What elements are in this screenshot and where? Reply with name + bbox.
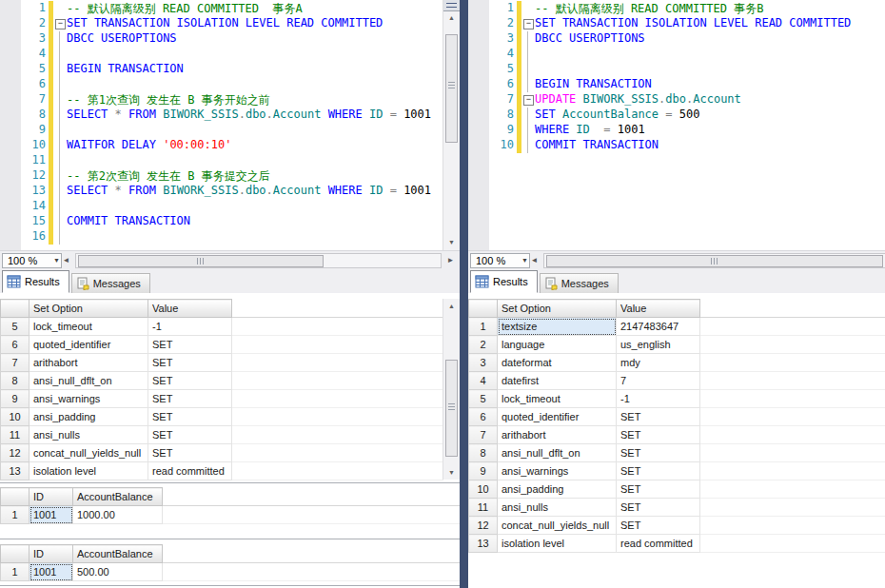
row-header[interactable]: 10: [1, 408, 30, 426]
code-line[interactable]: 15COMMIT TRANSACTION: [21, 214, 443, 229]
grid-cell[interactable]: language: [498, 336, 617, 354]
code-line[interactable]: 9: [21, 123, 443, 138]
scroll-up-icon[interactable]: ▲: [443, 12, 460, 24]
editor-horizontal-scrollbar[interactable]: [543, 253, 885, 268]
row-header[interactable]: 12: [469, 517, 498, 535]
code-line[interactable]: 5: [489, 62, 885, 77]
column-header[interactable]: AccountBalance: [73, 545, 163, 563]
row-header[interactable]: 13: [469, 535, 498, 553]
grid-cell[interactable]: 1001: [30, 563, 73, 581]
grid-cell[interactable]: ansi_warnings: [498, 462, 617, 480]
grid-cell[interactable]: SET: [148, 354, 232, 372]
grid-cell[interactable]: ansi_padding: [498, 480, 617, 499]
row-header[interactable]: 7: [469, 426, 498, 444]
grid-vertical-scrollbar[interactable]: ▲ ▼: [442, 299, 460, 480]
grid-cell[interactable]: SET: [148, 372, 232, 390]
code-line[interactable]: 3DBCC USEROPTIONS: [489, 31, 885, 47]
grid-cell[interactable]: datefirst: [498, 372, 617, 390]
grid-cell[interactable]: SET: [617, 408, 700, 426]
scroll-down-icon[interactable]: ▼: [443, 237, 460, 248]
editor-vertical-scrollbar[interactable]: ▲ ▼: [442, 0, 460, 250]
code-line[interactable]: 9WHERE ID = 1001: [489, 123, 885, 138]
grid-cell[interactable]: concat_null_yields_null: [30, 444, 148, 462]
row-header[interactable]: 12: [1, 444, 30, 462]
grid-cell[interactable]: ansi_warnings: [30, 390, 148, 408]
code-line[interactable]: 7-- 第1次查询 发生在 B 事务开始之前: [21, 92, 443, 108]
grid-cell[interactable]: SET: [617, 462, 700, 480]
code-line[interactable]: 1-- 默认隔离级别 READ COMMITTED 事务A: [21, 1, 443, 16]
grid-corner[interactable]: [469, 300, 498, 318]
code-line[interactable]: 6BEGIN TRANSACTION: [489, 77, 885, 92]
code-line[interactable]: 6: [21, 77, 443, 92]
grid-cell[interactable]: mdy: [617, 354, 700, 372]
grid-cell[interactable]: 500.00: [73, 563, 163, 581]
grid-cell[interactable]: quoted_identifier: [498, 408, 617, 426]
grid-cell[interactable]: isolation level: [30, 462, 148, 480]
grid-cell[interactable]: ansi_null_dflt_on: [30, 372, 148, 390]
grid-cell[interactable]: arithabort: [498, 426, 617, 444]
row-header[interactable]: 11: [469, 499, 498, 517]
code-line[interactable]: 3DBCC USEROPTIONS: [21, 31, 443, 47]
column-header[interactable]: ID: [30, 545, 73, 563]
code-line[interactable]: 2−SET TRANSACTION ISOLATION LEVEL READ C…: [489, 16, 885, 31]
grid-cell[interactable]: us_english: [617, 336, 700, 354]
column-header[interactable]: AccountBalance: [73, 488, 163, 506]
row-header[interactable]: 4: [469, 372, 498, 390]
column-header[interactable]: ID: [30, 488, 73, 506]
grid-cell[interactable]: lock_timeout: [498, 390, 617, 408]
grid-corner[interactable]: [1, 545, 30, 563]
grid-cell[interactable]: 7: [617, 372, 700, 390]
code-line[interactable]: 11: [21, 153, 443, 168]
column-header[interactable]: Set Option: [498, 300, 617, 318]
row-header[interactable]: 7: [1, 354, 30, 372]
tab-messages[interactable]: Messages: [540, 273, 619, 293]
row-header[interactable]: 9: [1, 390, 30, 408]
scroll-up-icon[interactable]: ▲: [443, 300, 460, 312]
code-line[interactable]: 1-- 默认隔离级别 READ COMMITTED 事务B: [489, 1, 885, 16]
grid-cell[interactable]: quoted_identifier: [30, 336, 148, 354]
column-header[interactable]: Value: [617, 300, 700, 318]
row-header[interactable]: 5: [1, 318, 30, 336]
column-header[interactable]: Set Option: [30, 300, 148, 318]
grid-cell[interactable]: SET: [617, 444, 700, 462]
code-line[interactable]: 10COMMIT TRANSACTION: [489, 138, 885, 153]
grid-cell[interactable]: concat_null_yields_null: [498, 517, 617, 535]
code-line[interactable]: 8SET AccountBalance = 500: [489, 108, 885, 123]
row-header[interactable]: 10: [469, 480, 498, 499]
sql-editor-b[interactable]: 1-- 默认隔离级别 READ COMMITTED 事务B2−SET TRANS…: [468, 0, 885, 250]
scrollbar-thumb[interactable]: [445, 360, 458, 457]
panel-splitter[interactable]: [460, 0, 468, 588]
row-header[interactable]: 1: [1, 563, 30, 581]
code-line[interactable]: 13SELECT * FROM BIWORK_SSIS.dbo.Account …: [21, 184, 443, 199]
row-header[interactable]: 9: [469, 462, 498, 480]
code-line[interactable]: 2−SET TRANSACTION ISOLATION LEVEL READ C…: [21, 16, 443, 31]
grid-cell[interactable]: read committed: [148, 462, 232, 480]
grid-cell[interactable]: SET: [148, 408, 232, 426]
scrollbar-thumb[interactable]: [78, 255, 324, 267]
collapse-toggle-icon[interactable]: −: [523, 19, 534, 29]
grid-cell[interactable]: ansi_nulls: [30, 426, 148, 444]
row-header[interactable]: 3: [469, 354, 498, 372]
scroll-right-icon[interactable]: ►: [443, 253, 458, 268]
splitter-handle-icon[interactable]: [443, 0, 460, 11]
tab-messages[interactable]: Messages: [71, 273, 150, 293]
grid-cell[interactable]: SET: [617, 517, 700, 535]
row-header[interactable]: 8: [1, 372, 30, 390]
code-line[interactable]: 5BEGIN TRANSACTION: [21, 62, 443, 77]
grid-cell[interactable]: ansi_padding: [30, 408, 148, 426]
code-line[interactable]: 10WAITFOR DELAY '00:00:10': [21, 138, 443, 153]
grid-cell[interactable]: lock_timeout: [30, 318, 148, 336]
grid-cell[interactable]: SET: [148, 336, 232, 354]
grid-corner[interactable]: [1, 300, 30, 318]
grid-cell[interactable]: read committed: [617, 535, 700, 553]
grid-cell[interactable]: arithabort: [30, 354, 148, 372]
column-header[interactable]: Value: [148, 300, 232, 318]
grid-cell[interactable]: -1: [148, 318, 232, 336]
grid-cell[interactable]: SET: [617, 480, 700, 499]
zoom-select[interactable]: 100 % ▼: [2, 253, 62, 268]
tab-results[interactable]: Results: [2, 270, 69, 293]
row-header[interactable]: 1: [469, 318, 498, 336]
tab-results[interactable]: Results: [470, 270, 538, 293]
grid-cell[interactable]: ansi_nulls: [498, 499, 617, 517]
scroll-down-icon[interactable]: ▼: [443, 466, 460, 479]
